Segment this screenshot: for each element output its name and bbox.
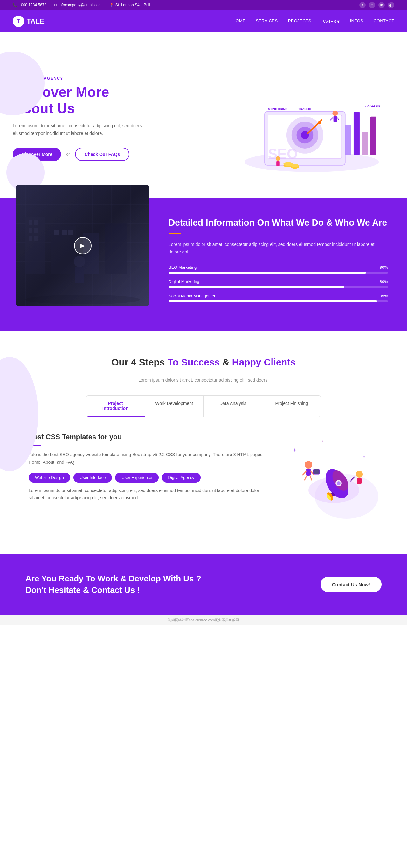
nav-infos[interactable]: INFOS: [350, 19, 363, 25]
skill-social: Social Media Management 95%: [168, 293, 388, 302]
svg-point-54: [305, 461, 312, 468]
about-description: Lorem ipsum dolor sit amet, consectetur …: [168, 241, 388, 256]
svg-rect-34: [34, 236, 38, 241]
svg-rect-63: [357, 478, 362, 484]
tag-user-interface[interactable]: User Interface: [73, 473, 112, 483]
phone-number: +000 1234 5678: [19, 3, 46, 7]
watermark-text: 访问网络社区bbs.dienlico.com更多不卖鱼的网: [168, 618, 240, 622]
about-video: [16, 185, 150, 306]
svg-text:✦: ✦: [363, 455, 366, 459]
skill-social-header: Social Media Management 95%: [168, 293, 388, 298]
svg-line-56: [303, 471, 306, 475]
skill-seo-bar-fill: [168, 272, 366, 274]
steps-section: Our 4 Steps To Success & Happy Clients L…: [0, 332, 407, 541]
tab-content-desc1: Tale is the best SEO agency website temp…: [29, 451, 264, 466]
nav-pages[interactable]: PAGES: [321, 19, 340, 25]
tag-user-experience[interactable]: User Experience: [115, 473, 158, 483]
skill-digital-percent: 80%: [380, 279, 388, 284]
svg-rect-36: [54, 230, 59, 236]
tab-content-area: Best CSS Templates for you Tale is the b…: [29, 433, 378, 522]
tab-project-introduction[interactable]: Project Introduction: [86, 396, 145, 417]
about-divider: [168, 234, 181, 235]
svg-point-41: [74, 256, 85, 267]
email-icon: [54, 3, 57, 7]
svg-rect-60: [313, 469, 319, 474]
svg-text:✦: ✦: [292, 447, 297, 453]
svg-rect-29: [29, 220, 32, 225]
tab-content-desc2: Lorem ipsum dolor sit amet, consectetur …: [29, 487, 264, 502]
nav-projects[interactable]: PROJECTS: [288, 19, 311, 25]
svg-rect-19: [276, 161, 280, 166]
steps-tabs: Project Introduction Work Development Da…: [86, 395, 321, 417]
pages-dropdown-icon: [337, 19, 340, 25]
logo[interactable]: T TALE: [13, 16, 44, 27]
steps-title-part1: Our 4 Steps: [111, 357, 167, 367]
skill-seo-header: SEO Marketing 90%: [168, 265, 388, 270]
tab-text-content: Best CSS Templates for you Tale is the b…: [29, 433, 264, 508]
navbar: T TALE HOME SERVICES PROJECTS PAGES INFO…: [0, 10, 407, 32]
tab-project-finishing[interactable]: Project Finishing: [262, 396, 321, 417]
cta-title: Are You Ready To Work & Develop With Us …: [26, 573, 201, 596]
top-bar: +000 1234 5678 Infocompany@email.com St.…: [0, 0, 407, 10]
location-icon: [109, 3, 114, 7]
steps-title-part2: &: [220, 357, 232, 367]
hero-illustration: SEO MONITORING TRAFFIC ANALYSIS: [229, 58, 394, 179]
svg-rect-40: [105, 223, 127, 274]
svg-rect-42: [75, 267, 84, 283]
contact-us-now-button[interactable]: Contact Us Now!: [320, 577, 381, 592]
tab-illustration: ✦ ✦ ✦: [283, 433, 378, 522]
about-title: Detailed Information On What We Do & Who…: [168, 217, 388, 228]
svg-point-23: [291, 164, 299, 167]
tag-website-design[interactable]: Website Design: [29, 473, 70, 483]
skills-list: SEO Marketing 90% Digital Marketing 80%: [168, 265, 388, 302]
phone-icon: [13, 3, 17, 7]
logo-icon: T: [13, 16, 24, 27]
svg-rect-61: [315, 468, 318, 470]
svg-rect-32: [34, 228, 38, 233]
steps-title-purple2: Happy Clients: [232, 357, 296, 367]
svg-point-62: [356, 471, 363, 478]
email-address: Infocompany@email.com: [59, 3, 102, 7]
svg-rect-11: [362, 132, 368, 155]
svg-rect-33: [29, 236, 32, 241]
svg-point-6: [301, 131, 309, 139]
check-faqs-button[interactable]: Check Our FAQs: [75, 148, 129, 161]
cta-title-line2: Don't Hesitate & Contact Us !: [26, 585, 140, 595]
svg-point-49: [337, 481, 341, 485]
email-info: Infocompany@email.com: [54, 3, 102, 7]
nav-contact[interactable]: CONTACT: [374, 19, 394, 25]
skill-social-bar-fill: [168, 300, 377, 302]
hero-section: SEO DIGITAL AGENCY Discover More About U…: [0, 32, 407, 198]
tab-content-heading: Best CSS Templates for you: [29, 433, 264, 441]
skill-seo-bar-bg: [168, 272, 388, 274]
skill-digital-bar-fill: [168, 286, 344, 288]
steps-title: Our 4 Steps To Success & Happy Clients: [13, 357, 394, 368]
nav-home[interactable]: HOME: [232, 19, 246, 25]
play-icon: [81, 242, 85, 249]
nav-links: HOME SERVICES PROJECTS PAGES INFOS CONTA…: [232, 19, 394, 25]
skill-seo: SEO Marketing 90%: [168, 265, 388, 274]
googleplus-icon[interactable]: g+: [388, 2, 394, 8]
play-button[interactable]: [74, 237, 92, 254]
top-bar-left: +000 1234 5678 Infocompany@email.com St.…: [13, 3, 150, 7]
social-icons: f t in g+: [359, 2, 394, 8]
nav-services[interactable]: SERVICES: [256, 19, 278, 25]
about-content: Detailed Information On What We Do & Who…: [150, 198, 407, 332]
skill-digital-bar-bg: [168, 286, 388, 288]
svg-text:ANALYSIS: ANALYSIS: [365, 104, 380, 107]
skill-seo-name: SEO Marketing: [168, 265, 196, 270]
hero-description: Lorem ipsum dolor sit amet, consectetur …: [13, 122, 153, 137]
skill-digital: Digital Marketing 80%: [168, 279, 388, 288]
phone-info: +000 1234 5678: [13, 3, 46, 7]
svg-text:MONITORING: MONITORING: [268, 107, 288, 111]
skill-digital-header: Digital Marketing 80%: [168, 279, 388, 284]
svg-text:TRAFFIC: TRAFFIC: [298, 107, 311, 111]
twitter-icon[interactable]: t: [369, 2, 375, 8]
svg-rect-30: [34, 220, 38, 225]
tab-work-development[interactable]: Work Development: [145, 396, 204, 417]
facebook-icon[interactable]: f: [359, 2, 366, 8]
linkedin-icon[interactable]: in: [378, 2, 385, 8]
tag-digital-agency[interactable]: Digital Agency: [162, 473, 201, 483]
tab-data-analysis[interactable]: Data Analysis: [204, 396, 263, 417]
svg-rect-37: [62, 230, 67, 236]
